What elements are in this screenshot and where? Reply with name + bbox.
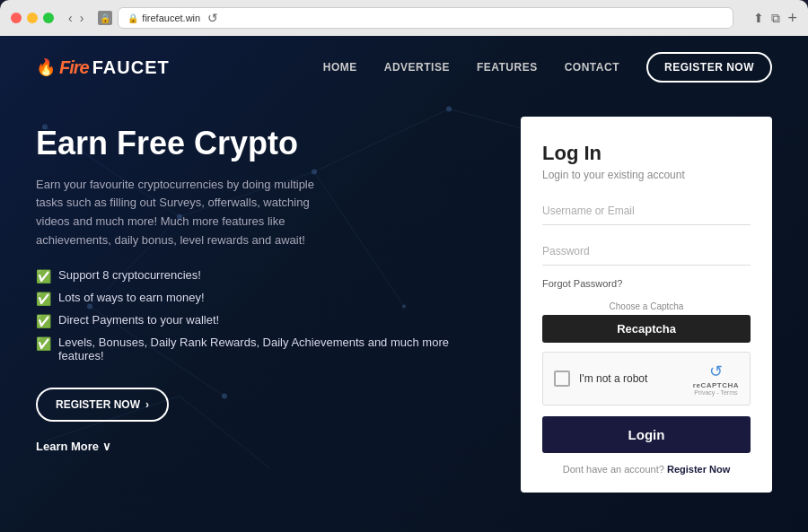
password-input[interactable] [542,238,751,266]
url-text: firefaucet.win [142,13,200,23]
nav-arrows: ‹ › [66,11,85,25]
feature-item-3: ✅ Direct Payments to your wallet! [36,313,485,328]
learn-more-link[interactable]: Learn More ∨ [36,440,485,453]
recaptcha-logo-icon: ↺ [709,362,723,381]
website-content: 🔥 Fire FAUCET HOME ADVERTISE FEATURES CO… [0,36,808,532]
feature-text-4: Levels, Bonuses, Daily Rank Rewards, Dai… [58,336,485,362]
captcha-left: I'm not a robot [554,371,647,387]
close-button[interactable] [11,13,22,23]
recaptcha-links[interactable]: Privacy - Terms [694,389,737,396]
address-bar[interactable]: 🔒 firefaucet.win ↺ [118,7,733,29]
tab-favicon: 🔒 [98,11,112,25]
check-icon-4: ✅ [36,336,51,351]
register-now-link[interactable]: Register Now [667,464,730,475]
captcha-widget[interactable]: I'm not a robot ↺ reCAPTCHA Privacy - Te… [542,352,751,406]
forgot-password-link[interactable]: Forgot Password? [542,278,751,289]
captcha-checkbox[interactable] [554,371,570,387]
feature-list: ✅ Support 8 cryptocurrencies! ✅ Lots of … [36,268,485,362]
check-icon-2: ✅ [36,292,51,306]
logo-faucet-text: FAUCET [92,57,170,78]
nav-advertise[interactable]: ADVERTISE [384,61,450,74]
window-chrome: ‹ › 🔒 🔒 firefaucet.win ↺ ⬆ ⧉ + [0,0,808,36]
register-hero-button[interactable]: REGISTER NOW › [36,388,169,422]
feature-text-2: Lots of ways to earn money! [58,291,205,304]
no-account-label: Dont have an account? [563,464,664,475]
captcha-text: I'm not a robot [579,372,647,385]
register-nav-button[interactable]: REGISTER NOW [646,52,772,83]
recaptcha-brand: reCAPTCHA [693,381,739,389]
duplicate-icon[interactable]: ⧉ [771,11,780,26]
minimize-button[interactable] [27,13,38,23]
feature-item-4: ✅ Levels, Bonuses, Daily Rank Rewards, D… [36,336,485,362]
hero-section: Earn Free Crypto Earn your favourite cry… [36,117,485,453]
feature-item-1: ✅ Support 8 cryptocurrencies! [36,268,485,283]
check-icon-3: ✅ [36,314,51,328]
nav-home[interactable]: HOME [323,61,357,74]
recaptcha-button[interactable]: Recaptcha [542,315,751,343]
nav-contact[interactable]: CONTACT [565,61,619,74]
main-content: Earn Free Crypto Earn your favourite cry… [0,99,808,510]
username-input[interactable] [542,197,751,225]
nav-links: HOME ADVERTISE FEATURES CONTACT REGISTER… [323,52,772,83]
tab-bar: 🔒 🔒 firefaucet.win ↺ [98,7,733,29]
reload-button[interactable]: ↺ [207,11,218,25]
logo-fire-text: Fire [59,57,89,78]
forward-button[interactable]: › [78,11,86,25]
toolbar-icons: ⬆ ⧉ + [753,9,797,28]
login-card: Log In Login to your existing account Fo… [521,117,772,493]
navbar: 🔥 Fire FAUCET HOME ADVERTISE FEATURES CO… [0,36,808,99]
login-subtitle: Login to your existing account [542,169,751,181]
register-hero-label: REGISTER NOW [56,398,140,411]
login-button[interactable]: Login [542,416,751,453]
fire-icon: 🔥 [36,57,56,77]
maximize-button[interactable] [43,13,54,23]
login-title: Log In [542,142,751,165]
logo: 🔥 Fire FAUCET [36,57,170,78]
feature-item-2: ✅ Lots of ways to earn money! [36,291,485,306]
captcha-label: Choose a Captcha [542,301,751,311]
arrow-icon: › [145,398,149,411]
no-account-text: Dont have an account? Register Now [542,464,751,475]
hero-description: Earn your favourite cryptocurrencies by … [36,176,341,250]
share-icon[interactable]: ⬆ [753,11,764,25]
feature-text-1: Support 8 cryptocurrencies! [58,268,201,282]
feature-text-3: Direct Payments to your wallet! [58,313,219,327]
check-icon-1: ✅ [36,269,51,283]
captcha-right: ↺ reCAPTCHA Privacy - Terms [693,362,739,396]
nav-features[interactable]: FEATURES [477,61,538,74]
lock-icon: 🔒 [127,13,138,23]
back-button[interactable]: ‹ [66,11,75,25]
hero-title: Earn Free Crypto [36,126,485,161]
add-tab-button[interactable]: + [787,9,797,28]
